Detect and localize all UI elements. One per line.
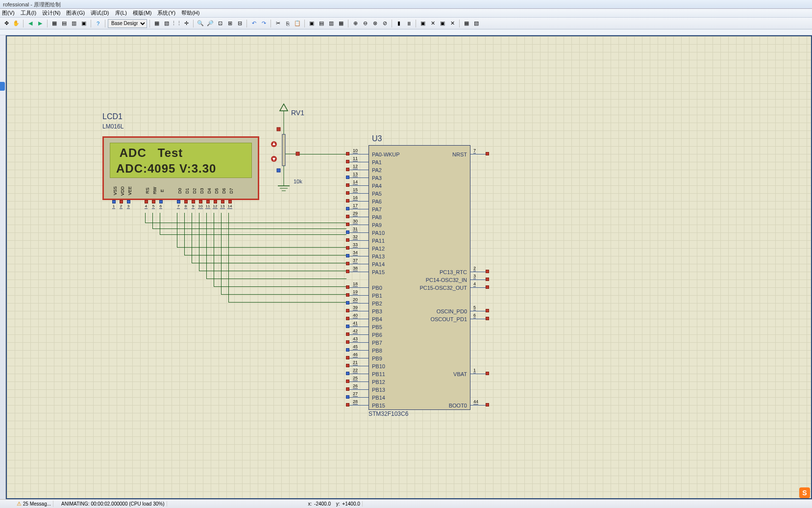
chip-pin-lead[interactable]: 12	[346, 170, 369, 170]
tool-d1-icon[interactable]: ▮	[394, 19, 403, 28]
tool-block1-icon[interactable]: ▦	[152, 19, 161, 28]
tool-grid2-icon[interactable]: ▥	[70, 19, 78, 28]
chip-pin-lead[interactable]: 6	[470, 319, 488, 319]
tool-c2-icon[interactable]: ⊖	[361, 19, 369, 28]
chip-pin-lead[interactable]: 37	[346, 264, 369, 264]
tool-copy-icon[interactable]: ⎘	[283, 19, 292, 28]
menu-graph[interactable]: 图表(G)	[66, 9, 85, 17]
tool-pointer-icon[interactable]: ✥	[2, 19, 11, 28]
chip-pin-lead[interactable]: 4	[470, 287, 488, 288]
lcd-pin-stub[interactable]: 10	[197, 200, 204, 209]
lcd-pin-stub[interactable]: 12	[212, 200, 219, 209]
chip-pin-lead[interactable]: 31	[346, 232, 369, 233]
menu-tools[interactable]: 工具(I)	[21, 9, 36, 17]
chip-pin-lead[interactable]: 30	[346, 225, 369, 225]
tool-e4-icon[interactable]: ✕	[448, 19, 457, 28]
chip-pin-lead[interactable]: 41	[346, 327, 369, 327]
menu-help[interactable]: 帮助(H)	[181, 9, 199, 17]
lcd-ref-label[interactable]: LCD1	[102, 112, 123, 121]
lcd-pin-stub[interactable]: 7	[175, 200, 182, 209]
lcd-component[interactable]: ADC Test ADC:4095 V:3.30 VSSVDDVEERSRWED…	[102, 136, 259, 200]
rv1-symbol[interactable]	[269, 100, 303, 198]
menu-design[interactable]: 设计(N)	[42, 9, 60, 17]
tool-undo-nav-icon[interactable]: ◀	[26, 19, 35, 28]
tool-redo-nav-icon[interactable]: ▶	[36, 19, 45, 28]
tool-b4-icon[interactable]: ▦	[337, 19, 345, 28]
tool-help-icon[interactable]: ?	[94, 19, 102, 28]
chip-pin-lead[interactable]: 27	[346, 397, 369, 398]
chip-pin-lead[interactable]: 34	[346, 256, 369, 256]
tool-f1-icon[interactable]: ▦	[462, 19, 471, 28]
u3-ref-label[interactable]: U3	[372, 134, 382, 143]
tool-e3-icon[interactable]: ▣	[438, 19, 447, 28]
chip-pin-lead[interactable]: 5	[470, 311, 488, 311]
design-select[interactable]: Base Design	[108, 19, 147, 28]
tool-c1-icon[interactable]: ⊕	[351, 19, 360, 28]
chip-pin-lead[interactable]: 26	[346, 389, 369, 390]
chip-pin-lead[interactable]: 17	[346, 209, 369, 209]
chip-pin-lead[interactable]: 38	[346, 272, 369, 272]
chip-pin-lead[interactable]: 28	[346, 405, 369, 406]
tool-b3-icon[interactable]: ▥	[327, 19, 336, 28]
chip-pin-lead[interactable]: 13	[346, 178, 369, 178]
tool-cut-icon[interactable]: ✂	[273, 19, 282, 28]
tool-page-icon[interactable]: ▦	[50, 19, 59, 28]
tool-d2-icon[interactable]: ⏸	[404, 19, 413, 28]
lcd-pin-stub[interactable]: 14	[226, 200, 233, 209]
chip-pin-lead[interactable]: 16	[346, 201, 369, 202]
chip-pin-lead[interactable]: 33	[346, 248, 369, 249]
tool-c3-icon[interactable]: ⊗	[370, 19, 379, 28]
tool-grid1-icon[interactable]: ▤	[60, 19, 69, 28]
chip-pin-lead[interactable]: 32	[346, 240, 369, 241]
chip-pin-lead[interactable]: 18	[346, 287, 369, 288]
tool-e1-icon[interactable]: ▣	[418, 19, 427, 28]
chip-pin-lead[interactable]: 22	[346, 374, 369, 374]
tool-zoom-sel-icon[interactable]: ⊟	[235, 19, 244, 28]
tool-snap-icon[interactable]: ⋮⋮	[172, 19, 181, 28]
chip-pin-lead[interactable]: 3	[470, 279, 488, 280]
ime-icon[interactable]: S	[799, 487, 810, 498]
tool-center-icon[interactable]: ✛	[182, 19, 191, 28]
tool-zoom-fit-icon[interactable]: ⊡	[216, 19, 224, 28]
bookmark-icon[interactable]	[0, 82, 5, 91]
tool-e2-icon[interactable]: ✕	[428, 19, 437, 28]
tool-b2-icon[interactable]: ▤	[317, 19, 326, 28]
menu-library[interactable]: 库(L)	[115, 9, 127, 17]
lcd-pin-stub[interactable]: 13	[219, 200, 226, 209]
lcd-pin-stub[interactable]: 9	[190, 200, 197, 209]
chip-pin-lead[interactable]: 46	[346, 358, 369, 358]
menu-debug[interactable]: 调试(D)	[91, 9, 109, 17]
lcd-pin-stub[interactable]: 5	[150, 200, 157, 209]
chip-pin-lead[interactable]: 20	[346, 303, 369, 304]
lcd-pin-stub[interactable]: 8	[182, 200, 189, 209]
chip-pin-lead[interactable]: 11	[346, 162, 369, 162]
status-messages[interactable]: ⚠ 25 Messag...	[15, 501, 53, 507]
chip-pin-lead[interactable]: 40	[346, 319, 369, 319]
tool-c4-icon[interactable]: ⊘	[380, 19, 389, 28]
menu-system[interactable]: 系统(Y)	[157, 9, 175, 17]
tool-zoom-area-icon[interactable]: ⊞	[225, 19, 234, 28]
tool-zoom-in-icon[interactable]: 🔍	[196, 19, 205, 28]
tool-zoom-out-icon[interactable]: 🔎	[206, 19, 215, 28]
tool-paste-icon[interactable]: 📋	[293, 19, 302, 28]
tool-block2-icon[interactable]: ▧	[162, 19, 171, 28]
menu-view[interactable]: 图(V)	[2, 9, 15, 17]
chip-pin-lead[interactable]: 45	[346, 350, 369, 351]
chip-pin-lead[interactable]: 14	[346, 185, 369, 186]
chip-pin-lead[interactable]: 39	[346, 311, 369, 311]
chip-pin-lead[interactable]: 29	[346, 217, 369, 217]
chip-pin-lead[interactable]: 15	[346, 193, 369, 194]
chip-pin-lead[interactable]: 42	[346, 334, 369, 335]
tool-f2-icon[interactable]: ▧	[472, 19, 481, 28]
chip-pin-lead[interactable]: 44	[470, 405, 488, 406]
lcd-pin-stub[interactable]: 4	[143, 200, 149, 209]
lcd-pin-stub[interactable]: 3	[125, 200, 132, 209]
tool-b1-icon[interactable]: ▣	[307, 19, 316, 28]
chip-pin-lead[interactable]: 25	[346, 381, 369, 382]
schematic-canvas[interactable]: LCD1 LM016L ADC Test ADC:4095 V:3.30 VSS…	[6, 35, 812, 499]
tool-hand-icon[interactable]: ✋	[12, 19, 21, 28]
lcd-pin-stub[interactable]: 2	[118, 200, 124, 209]
chip-pin-lead[interactable]: 19	[346, 295, 369, 296]
lcd-pin-stub[interactable]: 1	[110, 200, 117, 209]
chip-pin-lead[interactable]: 2	[470, 272, 488, 272]
